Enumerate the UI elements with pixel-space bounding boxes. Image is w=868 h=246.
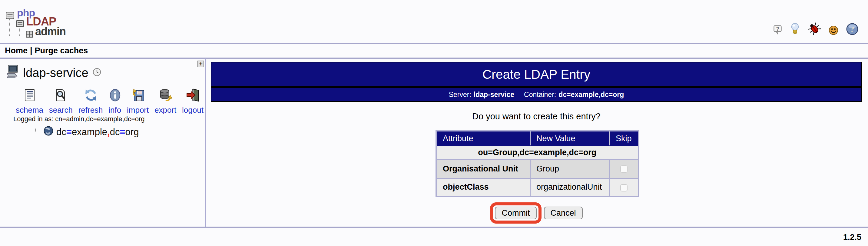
commit-highlight-annotation: Commit (490, 203, 541, 223)
server-container-bar: Server:ldap-service Container:dc=example… (211, 88, 861, 101)
logo-server-icon (5, 11, 14, 22)
sidebar-item-export[interactable]: export (154, 89, 176, 115)
phpldapadmin-logo: php LDAP admin (5, 2, 81, 40)
server-computer-icon (5, 64, 19, 82)
help-icon[interactable]: ? (846, 23, 858, 35)
sidebar-toolbar: schema search refresh info import (16, 89, 204, 115)
logo-text-admin: admin (35, 26, 66, 37)
breadcrumb: Home|Purge caches (5, 46, 88, 55)
attribute-value: Group (530, 159, 609, 178)
column-header-attribute: Attribute (436, 131, 530, 146)
table-row: Organisational Unit Group (436, 159, 639, 178)
logout-door-icon (186, 89, 199, 104)
confirm-question: Do you want to create this entry? (211, 112, 862, 121)
purge-caches-link[interactable]: Purge caches (35, 46, 88, 55)
sidebar-item-search[interactable]: search (49, 89, 73, 115)
sidebar-item-label: logout (182, 105, 204, 115)
search-document-icon (54, 89, 67, 104)
header-divider (0, 43, 868, 44)
tree-connector (35, 127, 43, 133)
refresh-arrows-icon (84, 89, 97, 104)
attribute-value: organizationalUnit (530, 178, 609, 196)
skip-checkbox[interactable] (620, 184, 627, 191)
header-icon-bar: ? ? (774, 22, 858, 35)
nav-divider (0, 58, 868, 59)
clock-icon (93, 67, 101, 79)
sidebar-item-label: import (127, 105, 149, 115)
sidebar-item-info[interactable]: info (108, 89, 121, 115)
action-buttons: Commit Cancel (211, 203, 862, 223)
nav-separator: | (28, 46, 35, 55)
schema-document-icon (23, 89, 36, 104)
light-bulb-icon[interactable] (790, 23, 800, 35)
svg-text:?: ? (776, 26, 779, 31)
sidebar-item-label: info (108, 105, 121, 115)
info-circle-icon (109, 89, 121, 104)
tree-item-dc-example-dc-org[interactable]: dc=example,dc=org (35, 126, 139, 138)
skip-checkbox[interactable] (620, 166, 627, 173)
dn-value: ou=Group,dc=example,dc=org (436, 146, 639, 159)
sidebar-main-divider (205, 58, 206, 226)
logo-dotted-trail (9, 19, 10, 36)
home-link[interactable]: Home (5, 46, 28, 55)
table-row: objectClass organizationalUnit (436, 178, 639, 196)
commit-button[interactable]: Commit (495, 207, 536, 219)
logo-window-icon (26, 29, 33, 40)
phpldapadmin-page: php LDAP admin ? ? Home|Purge caches + l (0, 0, 868, 246)
sidebar-item-label: export (154, 105, 176, 115)
logo-dotted-trail (20, 27, 20, 36)
entry-confirm-table: Attribute New Value Skip ou=Group,dc=exa… (435, 130, 639, 197)
footer-divider (0, 226, 868, 228)
attribute-name: objectClass (436, 178, 530, 196)
container-info: Container:dc=example,dc=org (524, 91, 624, 98)
column-header-new-value: New Value (530, 131, 609, 146)
logged-in-status: Logged in as: cn=admin,dc=example,dc=org (13, 115, 145, 122)
tree-item-dn: dc=example,dc=org (56, 127, 139, 137)
bug-icon[interactable] (807, 22, 821, 35)
dn-row: ou=Group,dc=example,dc=org (436, 146, 639, 159)
attribute-name: Organisational Unit (436, 159, 530, 178)
page-title: Create LDAP Entry (211, 62, 861, 88)
server-info: Server:ldap-service (449, 91, 514, 98)
sidebar-item-schema[interactable]: schema (16, 89, 43, 115)
import-floppy-icon (131, 89, 145, 104)
sidebar-item-import[interactable]: import (127, 89, 149, 115)
sidebar-item-logout[interactable]: logout (182, 89, 204, 115)
export-database-icon (159, 89, 172, 104)
version-label: 1.2.5 (843, 233, 861, 242)
sidebar-item-label: search (49, 105, 73, 115)
question-bubble-icon[interactable]: ? (774, 25, 783, 35)
column-header-skip: Skip (609, 131, 639, 146)
smiley-icon[interactable] (829, 26, 838, 35)
table-header-row: Attribute New Value Skip (436, 131, 639, 146)
svg-text:?: ? (850, 25, 854, 33)
sidebar-item-label: schema (16, 105, 43, 115)
logo-server-icon (16, 19, 24, 30)
server-heading: ldap-service (5, 64, 101, 82)
server-name: ldap-service (23, 66, 88, 80)
main-header: Create LDAP Entry Server:ldap-service Co… (211, 62, 862, 102)
sidebar-item-label: refresh (79, 105, 103, 115)
sidebar-expand-button[interactable]: + (197, 61, 204, 67)
sidebar-item-refresh[interactable]: refresh (79, 89, 103, 115)
cancel-button[interactable]: Cancel (544, 207, 582, 219)
globe-icon (43, 126, 53, 138)
